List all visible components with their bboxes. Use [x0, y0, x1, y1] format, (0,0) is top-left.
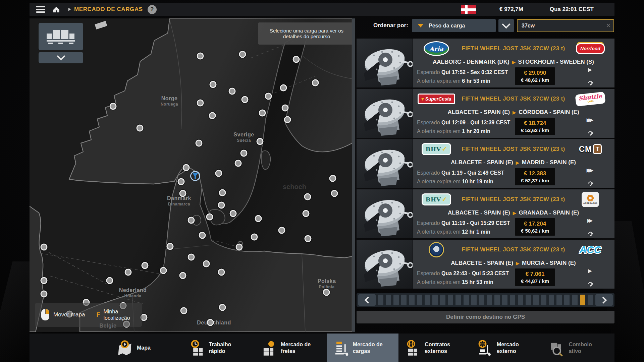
- city-marker[interactable]: [209, 112, 216, 119]
- page-tick[interactable]: [432, 295, 438, 305]
- nav-map[interactable]: Mapa: [111, 334, 183, 362]
- city-marker[interactable]: [179, 190, 186, 197]
- cargo-offer-row[interactable]: SuperCesta FIFTH WHEEL JOST JSK 37CW (23…: [357, 89, 614, 138]
- city-marker[interactable]: [197, 53, 204, 60]
- nav-external-market[interactable]: Mercado externo: [471, 334, 543, 362]
- city-marker[interactable]: [219, 189, 226, 196]
- city-marker[interactable]: [41, 277, 48, 284]
- city-marker[interactable]: [199, 232, 206, 239]
- page-tick[interactable]: [572, 295, 578, 305]
- city-marker[interactable]: [167, 243, 174, 250]
- city-marker[interactable]: [142, 262, 149, 269]
- cargo-offer-row[interactable]: BHV FIFTH WHEEL JOST JSK 37CW (23 t) CMT…: [357, 139, 614, 188]
- page-tick[interactable]: [588, 295, 593, 305]
- city-marker[interactable]: [278, 227, 285, 234]
- city-marker[interactable]: [255, 215, 262, 222]
- page-tick[interactable]: [533, 295, 539, 305]
- city-marker[interactable]: [210, 81, 217, 88]
- city-marker[interactable]: [312, 79, 319, 86]
- city-marker[interactable]: [323, 289, 330, 296]
- city-marker[interactable]: [282, 105, 289, 112]
- world-map[interactable]: NorgeNoruega SverigeSuécia DanmarkDinama…: [30, 18, 352, 332]
- city-marker[interactable]: [240, 150, 248, 157]
- city-marker[interactable]: [280, 84, 287, 92]
- city-marker[interactable]: [188, 254, 195, 261]
- page-tick[interactable]: [541, 295, 546, 305]
- page-tick[interactable]: [448, 295, 453, 305]
- city-marker[interactable]: [293, 56, 300, 63]
- city-marker[interactable]: [218, 269, 225, 276]
- city-marker[interactable]: [125, 269, 132, 276]
- page-tick[interactable]: [479, 295, 484, 305]
- cargo-offer-row[interactable]: Aria FIFTH WHEEL JOST JSK 37CW (23 t) No…: [357, 39, 614, 87]
- set-gps-destination-button[interactable]: Definir como destino no GPS: [357, 311, 614, 323]
- city-marker[interactable]: [137, 125, 144, 132]
- city-marker[interactable]: [218, 202, 225, 209]
- sort-dropdown[interactable]: Peso da carga: [412, 19, 496, 32]
- page-tick[interactable]: [378, 295, 383, 305]
- city-marker[interactable]: [229, 88, 236, 95]
- city-marker[interactable]: [179, 272, 186, 279]
- nav-cargo-market[interactable]: Mercado de cargas: [327, 334, 399, 362]
- player-location-marker[interactable]: [190, 171, 200, 181]
- page-tick[interactable]: [487, 295, 492, 305]
- city-marker[interactable]: [251, 234, 258, 241]
- page-tick[interactable]: [564, 295, 570, 305]
- page-tick[interactable]: [526, 295, 531, 305]
- city-marker[interactable]: [183, 164, 190, 171]
- nav-quick-job[interactable]: Trabalho rápido: [183, 334, 255, 362]
- page-tick[interactable]: [518, 295, 523, 305]
- home-icon[interactable]: [52, 5, 60, 13]
- nav-external-contracts[interactable]: Contratos externos: [398, 334, 471, 362]
- city-marker[interactable]: [188, 217, 195, 224]
- clear-search-icon[interactable]: ✕: [606, 22, 611, 29]
- trailer-filter-button[interactable]: [39, 23, 83, 50]
- cargo-offer-row[interactable]: BHV FIFTH WHEEL JOST JSK 37CW (23 t) AGR…: [357, 189, 614, 238]
- city-marker[interactable]: [239, 51, 246, 58]
- city-marker[interactable]: [235, 160, 242, 167]
- page-tick[interactable]: [556, 295, 562, 305]
- search-input[interactable]: [518, 20, 613, 32]
- city-marker[interactable]: [160, 267, 167, 274]
- city-marker[interactable]: [259, 110, 266, 117]
- help-icon[interactable]: ?: [148, 5, 157, 14]
- city-marker[interactable]: [197, 100, 204, 107]
- city-marker[interactable]: [303, 210, 310, 217]
- trailer-filter-expand-button[interactable]: [39, 52, 83, 63]
- page-tick[interactable]: [494, 295, 500, 305]
- page-tick[interactable]: [464, 295, 469, 305]
- city-marker[interactable]: [219, 304, 226, 311]
- page-tick[interactable]: [455, 295, 461, 305]
- page-tick[interactable]: [549, 295, 554, 305]
- page-tick[interactable]: [401, 295, 407, 305]
- city-marker[interactable]: [284, 116, 291, 123]
- menu-icon[interactable]: [36, 5, 45, 14]
- city-marker[interactable]: [331, 190, 338, 197]
- city-marker[interactable]: [241, 96, 249, 103]
- page-tick[interactable]: [393, 295, 399, 305]
- city-marker[interactable]: [206, 214, 213, 221]
- city-marker[interactable]: [215, 170, 222, 177]
- page-tick[interactable]: [417, 295, 422, 305]
- city-marker[interactable]: [257, 138, 264, 145]
- city-marker[interactable]: [178, 178, 185, 185]
- city-marker[interactable]: [41, 244, 48, 251]
- city-marker[interactable]: [41, 291, 48, 298]
- page-tick[interactable]: [502, 295, 507, 305]
- nav-active-convoy[interactable]: Comboio ativo: [542, 334, 614, 362]
- city-marker[interactable]: [110, 103, 117, 110]
- city-marker[interactable]: [207, 319, 214, 326]
- city-marker[interactable]: [203, 260, 210, 267]
- city-marker[interactable]: [180, 307, 187, 314]
- page-tick-active[interactable]: [580, 295, 585, 305]
- next-page-button[interactable]: [595, 294, 613, 306]
- page-tick[interactable]: [425, 295, 430, 305]
- page-tick[interactable]: [440, 295, 445, 305]
- sort-expand-button[interactable]: [498, 19, 514, 32]
- page-tick[interactable]: [386, 295, 391, 305]
- previous-page-button[interactable]: [358, 294, 376, 306]
- city-marker[interactable]: [305, 235, 312, 242]
- city-marker[interactable]: [304, 193, 311, 200]
- city-marker[interactable]: [230, 210, 237, 217]
- page-tick[interactable]: [471, 295, 477, 305]
